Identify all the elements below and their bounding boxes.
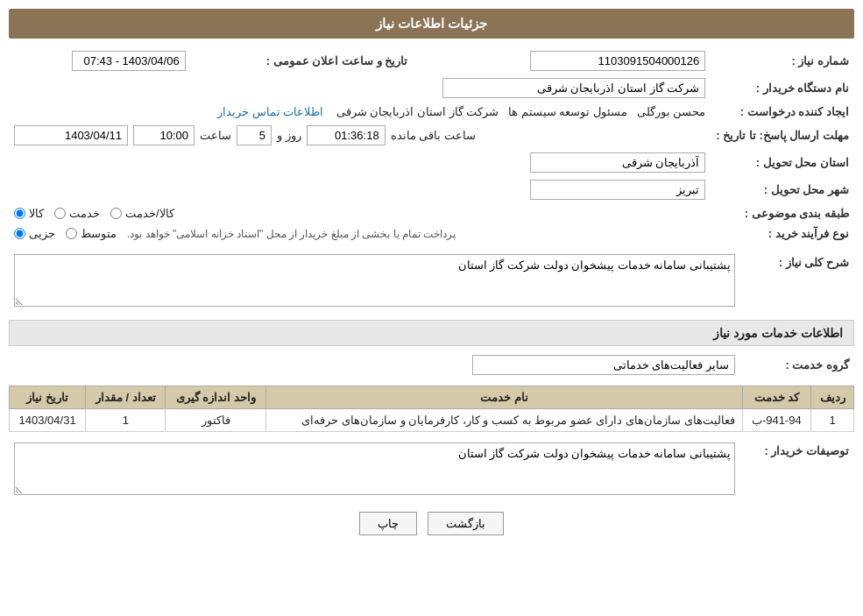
- mohlet-label: مهلت ارسال پاسخ: تا تاریخ :: [711, 122, 854, 149]
- shomara-niaz-label: شماره نیاز :: [711, 47, 854, 74]
- ostan-label: استان محل تحویل :: [711, 149, 854, 176]
- col-kod: کد خدمت: [742, 386, 810, 409]
- table-row: 1 941-94-ب فعالیت‌های سازمان‌های دارای ع…: [10, 409, 854, 432]
- nooe-note: پرداخت تمام یا بخشی از مبلغ خریدار از مح…: [127, 228, 456, 240]
- radio-kala-khedmat-input[interactable]: [110, 208, 122, 219]
- nam-dastgah-input[interactable]: [442, 78, 705, 98]
- toseifat-label: توصیفات خریدار :: [740, 439, 854, 501]
- radio-kala-khedmat[interactable]: کالا/خدمت: [110, 207, 174, 220]
- nooe-jozi-label: جزیی: [29, 227, 55, 240]
- row-sharh: شرح کلی نیاز : پشتیبانی سامانه خدمات پیش…: [9, 251, 854, 313]
- sharh-label: شرح کلی نیاز :: [740, 251, 854, 313]
- tasnif-kala-khedmat-label: کالا/خدمت: [125, 207, 174, 220]
- cell-kod: 941-94-ب: [742, 409, 810, 432]
- toseifat-textarea[interactable]: پشتیبانی سامانه خدمات پیشخوان دولت شرکت …: [14, 443, 735, 495]
- sharh-value: پشتیبانی سامانه خدمات پیشخوان دولت شرکت …: [9, 251, 740, 313]
- khadamat-section-title: اطلاعات خدمات مورد نیاز: [9, 320, 854, 346]
- toseifat-value: پشتیبانی سامانه خدمات پیشخوان دولت شرکت …: [9, 439, 740, 501]
- col-date: تاریخ نیاز: [10, 386, 86, 409]
- page-header: جزئیات اطلاعات نیاز: [9, 9, 854, 39]
- sharh-textarea[interactable]: پشتیبانی سامانه خدمات پیشخوان دولت شرکت …: [14, 254, 735, 307]
- radio-motavaset[interactable]: متوسط: [66, 227, 117, 240]
- row-toseifat: توصیفات خریدار : پشتیبانی سامانه خدمات پ…: [9, 439, 854, 501]
- radio-khedmat-input[interactable]: [54, 208, 66, 219]
- tarikh-saat-label: تاریخ و ساعت اعلان عمومی :: [191, 47, 414, 74]
- ijad-konande-company: شرکت گاز استان اذربایجان شرقی: [336, 105, 499, 118]
- mohlet-date-input[interactable]: [14, 125, 128, 145]
- mohlet-remaining-label: ساعت باقی مانده: [391, 129, 476, 142]
- tarikh-saat-value: [9, 47, 191, 74]
- btn-back[interactable]: بازگشت: [428, 512, 504, 535]
- btn-print[interactable]: چاپ: [359, 512, 417, 535]
- page-title: جزئیات اطلاعات نیاز: [376, 16, 487, 31]
- ijad-konande-name: محسن بورگلی: [637, 105, 706, 118]
- shahr-value: [9, 176, 711, 203]
- col-count: تعداد / مقدار: [86, 386, 166, 409]
- mohlet-saat-label: ساعت: [200, 129, 231, 142]
- table-body: 1 941-94-ب فعالیت‌های سازمان‌های دارای ع…: [10, 409, 854, 432]
- shomara-niaz-input[interactable]: [530, 51, 705, 71]
- services-table: ردیف کد خدمت نام خدمت واحد اندازه گیری ت…: [9, 386, 854, 432]
- ijad-konande-link[interactable]: اطلاعات تماس خریدار: [217, 105, 323, 118]
- radio-jozi-input[interactable]: [14, 228, 25, 239]
- ijad-konande-label: ایجاد کننده درخواست :: [711, 102, 854, 122]
- grooh-label: گروه خدمت :: [740, 351, 854, 379]
- row-nam-dastgah: نام دستگاه خریدار :: [9, 74, 854, 102]
- mohlet-saat-input[interactable]: [133, 125, 195, 145]
- ostan-value: [9, 149, 711, 176]
- buttons-row: بازگشت چاپ: [9, 512, 854, 535]
- nooe-farayand-value: پرداخت تمام یا بخشی از مبلغ خریدار از مح…: [9, 223, 711, 244]
- tarikh-saat-input[interactable]: [72, 51, 186, 71]
- tasnif-value: کالا/خدمت خدمت کالا: [9, 203, 711, 223]
- radio-khedmat[interactable]: خدمت: [54, 207, 100, 220]
- cell-date: 1403/04/31: [10, 409, 86, 432]
- nooe-farayand-label: نوع فرآیند خرید :: [711, 223, 854, 244]
- radio-kala-input[interactable]: [14, 208, 25, 219]
- col-unit: واحد اندازه گیری: [166, 386, 266, 409]
- row-tasnif: طبقه بندی موضوعی : کالا/خدمت خدمت کالا: [9, 203, 854, 223]
- row-nooe-farayand: نوع فرآیند خرید : پرداخت تمام یا بخشی از…: [9, 223, 854, 244]
- ijad-konande-value: محسن بورگلی مسئول توسعه سیستم ها شرکت گا…: [9, 102, 711, 122]
- page-wrapper: جزئیات اطلاعات نیاز شماره نیاز : تاریخ و…: [0, 0, 863, 616]
- col-name: نام خدمت: [266, 386, 742, 409]
- grooh-table: گروه خدمت :: [9, 351, 854, 379]
- table-header-row: ردیف کد خدمت نام خدمت واحد اندازه گیری ت…: [10, 386, 854, 409]
- radio-jozi[interactable]: جزیی: [14, 227, 55, 240]
- cell-name: فعالیت‌های سازمان‌های دارای عضو مربوط به…: [266, 409, 742, 432]
- table-header: ردیف کد خدمت نام خدمت واحد اندازه گیری ت…: [10, 386, 854, 409]
- cell-radif: 1: [811, 409, 854, 432]
- mohlet-roz-label: روز و: [277, 129, 301, 142]
- tasnif-kala-label: کالا: [29, 207, 44, 220]
- ostan-input[interactable]: [530, 152, 705, 173]
- shahr-label: شهر محل تحویل :: [711, 176, 854, 203]
- radio-motavaset-input[interactable]: [66, 228, 77, 239]
- shomara-niaz-value: [439, 47, 711, 74]
- row-shomara-tarikh: شماره نیاز : تاریخ و ساعت اعلان عمومی :: [9, 47, 854, 74]
- shahr-input[interactable]: [530, 180, 705, 200]
- mohlet-roz-input[interactable]: [237, 125, 272, 145]
- radio-kala[interactable]: کالا: [14, 207, 44, 220]
- mohlet-value: ساعت باقی مانده روز و ساعت: [9, 122, 711, 149]
- grooh-value: [9, 351, 740, 379]
- cell-unit: فاکتور: [166, 409, 266, 432]
- row-mohlet: مهلت ارسال پاسخ: تا تاریخ : ساعت باقی ما…: [9, 122, 854, 149]
- nooe-motavaset-label: متوسط: [81, 227, 117, 240]
- cell-count: 1: [86, 409, 166, 432]
- row-shahr: شهر محل تحویل :: [9, 176, 854, 203]
- sharh-table: شرح کلی نیاز : پشتیبانی سامانه خدمات پیش…: [9, 251, 854, 313]
- nam-dastgah-value: [9, 74, 711, 102]
- toseifat-table: توصیفات خریدار : پشتیبانی سامانه خدمات پ…: [9, 439, 854, 501]
- tasnif-khedmat-label: خدمت: [69, 207, 100, 220]
- row-grooh: گروه خدمت :: [9, 351, 854, 379]
- row-ostan: استان محل تحویل :: [9, 149, 854, 176]
- nam-dastgah-label: نام دستگاه خریدار :: [711, 74, 854, 102]
- col-radif: ردیف: [811, 386, 854, 409]
- mohlet-countdown-input[interactable]: [307, 125, 386, 145]
- main-info-table: شماره نیاز : تاریخ و ساعت اعلان عمومی : …: [9, 47, 854, 244]
- tasnif-label: طبقه بندی موضوعی :: [711, 203, 854, 223]
- row-ijad-konande: ایجاد کننده درخواست : محسن بورگلی مسئول …: [9, 102, 854, 122]
- grooh-input[interactable]: [472, 355, 735, 375]
- ijad-konande-position: مسئول توسعه سیستم ها: [508, 105, 627, 118]
